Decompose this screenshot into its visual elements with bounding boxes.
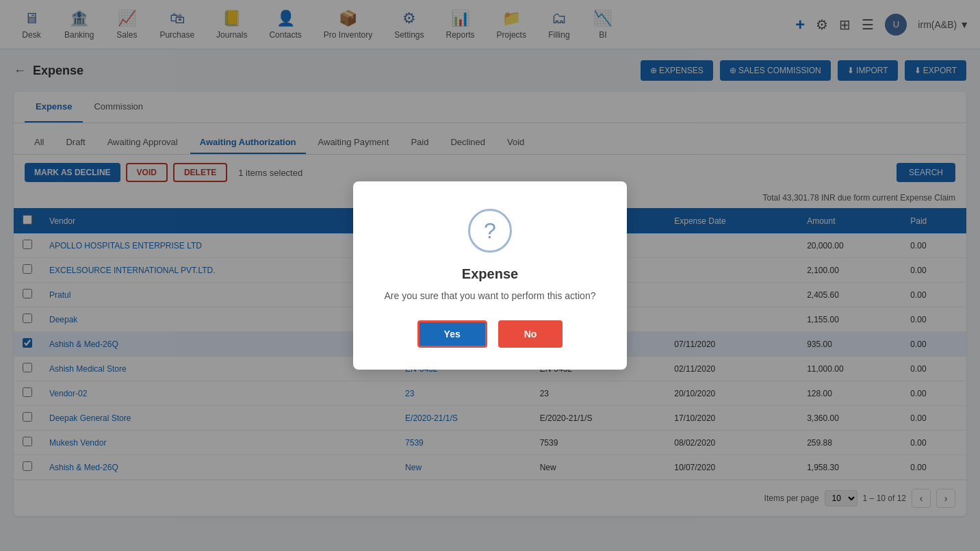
modal-question-icon: ? — [468, 209, 512, 253]
modal-dialog: ? Expense Are you sure that you want to … — [353, 181, 627, 370]
modal-yes-button[interactable]: Yes — [417, 320, 487, 348]
modal-message: Are you sure that you want to perform th… — [381, 290, 599, 301]
modal-buttons: Yes No — [381, 320, 599, 348]
modal-title: Expense — [381, 266, 599, 282]
modal-overlay: ? Expense Are you sure that you want to … — [0, 0, 980, 551]
modal-question-mark: ? — [484, 218, 496, 244]
modal-no-button[interactable]: No — [498, 320, 563, 348]
